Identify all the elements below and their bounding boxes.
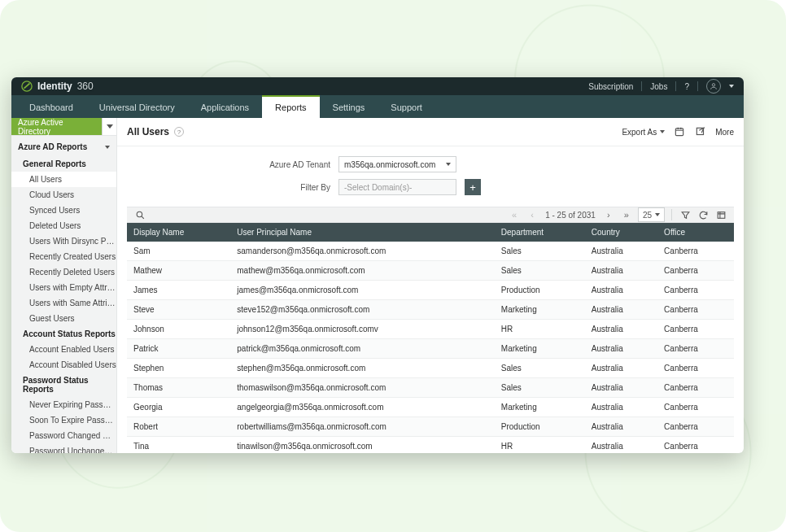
table-cell: Canberra bbox=[657, 398, 734, 417]
chevron-down-icon bbox=[660, 130, 665, 133]
menu-reports[interactable]: Reports bbox=[262, 95, 320, 118]
sidebar-item[interactable]: Account Enabled Users bbox=[11, 342, 116, 357]
help-icon[interactable]: ? bbox=[174, 127, 184, 137]
filterby-label: Filter By bbox=[127, 183, 330, 192]
filter-icon[interactable] bbox=[679, 208, 692, 221]
table-cell: Canberra bbox=[657, 281, 734, 300]
column-header[interactable]: Department bbox=[495, 223, 585, 242]
tenant-value: m356qa.onmicrosoft.com bbox=[344, 160, 435, 169]
table-cell: Thomas bbox=[127, 378, 230, 398]
table-row[interactable]: Mathewmathew@m356qa.onmicrosoft.comSales… bbox=[127, 261, 734, 281]
filterby-placeholder: -Select Domain(s)- bbox=[344, 183, 412, 192]
menu-support[interactable]: Support bbox=[378, 95, 435, 118]
menu-dashboard[interactable]: Dashboard bbox=[16, 95, 86, 118]
help-link[interactable]: ? bbox=[684, 82, 689, 91]
table-row[interactable]: Jamesjames@m356qa.onmicrosoft.comProduct… bbox=[127, 281, 734, 300]
search-icon[interactable] bbox=[133, 208, 146, 221]
table-row[interactable]: Patrickpatrick@m356qa.onmicrosoft.comMar… bbox=[127, 339, 734, 359]
svg-point-1 bbox=[712, 84, 714, 86]
table-row[interactable]: Thomasthomaswilson@m356qa.onmicrosoft.co… bbox=[127, 378, 734, 398]
table-row[interactable]: Stephenstephen@m356qa.onmicrosoft.comSal… bbox=[127, 359, 734, 378]
sidebar-group[interactable]: General Reports bbox=[11, 156, 116, 172]
table-cell: Marketing bbox=[495, 300, 585, 320]
sidebar-item[interactable]: All Users bbox=[11, 172, 116, 187]
sidebar-item[interactable]: Account Disabled Users bbox=[11, 357, 116, 373]
column-header[interactable]: Country bbox=[585, 223, 657, 242]
page-last-button[interactable]: » bbox=[620, 208, 633, 221]
sidebar-item[interactable]: Guest Users bbox=[11, 311, 116, 326]
sidebar-item[interactable]: Recently Deleted Users bbox=[11, 264, 116, 280]
table-cell: Australia bbox=[585, 281, 657, 300]
table-cell: Canberra bbox=[657, 417, 734, 437]
sidebar-item[interactable]: Synced Users bbox=[11, 203, 116, 218]
table-cell: samanderson@m356qa.onmicrosoft.com bbox=[230, 242, 495, 261]
sidebar-item[interactable]: Deleted Users bbox=[11, 218, 116, 233]
table-row[interactable]: Georgiaangelgeorgia@m356qa.onmicrosoft.c… bbox=[127, 398, 734, 417]
table-cell: Australia bbox=[585, 398, 657, 417]
app-window: Identity360 Subscription Jobs ? Dashboar… bbox=[11, 77, 744, 453]
user-avatar[interactable] bbox=[706, 79, 721, 94]
table-row[interactable]: Tinatinawilson@m356qa.onmicrosoft.comHRA… bbox=[127, 437, 734, 454]
page-size-select[interactable]: 25 bbox=[638, 207, 665, 222]
divider bbox=[671, 209, 672, 220]
more-button[interactable]: More bbox=[715, 128, 734, 137]
table-cell: mathew@m356qa.onmicrosoft.com bbox=[230, 261, 495, 281]
table-cell: Johnson bbox=[127, 320, 230, 339]
sidebar-section-title: Azure AD Reports bbox=[18, 142, 87, 151]
table-cell: steve152@m356qa.onmicrosoft.com bbox=[230, 300, 495, 320]
table-cell: Sales bbox=[495, 378, 585, 398]
refresh-icon[interactable] bbox=[696, 208, 710, 221]
sidebar-item[interactable]: Users with Empty Attribut... bbox=[11, 280, 116, 295]
sidebar-item[interactable]: Users with Same Attribute... bbox=[11, 295, 116, 311]
main-panel: All Users ? Export As bbox=[117, 118, 744, 453]
main-header: All Users ? Export As bbox=[117, 118, 744, 146]
table-cell: Australia bbox=[585, 359, 657, 378]
directory-picker-dropdown[interactable] bbox=[102, 118, 116, 135]
sidebar-item[interactable]: Never Expiring Passwords bbox=[11, 397, 116, 412]
table-row[interactable]: Samsamanderson@m356qa.onmicrosoft.comSal… bbox=[127, 242, 734, 261]
table-cell: Mathew bbox=[127, 261, 230, 281]
table-cell: tinawilson@m356qa.onmicrosoft.com bbox=[230, 437, 495, 454]
table-row[interactable]: Johnsonjohnson12@m356qa.onmicrosoft.comv… bbox=[127, 320, 734, 339]
chevron-down-icon bbox=[107, 124, 113, 129]
page-prev-button[interactable]: ‹ bbox=[526, 208, 539, 221]
column-header[interactable]: Display Name bbox=[127, 223, 230, 242]
subscription-link[interactable]: Subscription bbox=[588, 82, 633, 91]
page-next-button[interactable]: › bbox=[602, 208, 615, 221]
column-header[interactable]: User Principal Name bbox=[230, 223, 495, 242]
sidebar-group[interactable]: Account Status Reports bbox=[11, 326, 116, 342]
title-links: Subscription Jobs ? bbox=[588, 79, 734, 94]
tenant-select[interactable]: m356qa.onmicrosoft.com bbox=[338, 156, 456, 172]
export-button[interactable]: Export As bbox=[622, 128, 665, 137]
table-cell: Canberra bbox=[657, 378, 734, 398]
columns-icon[interactable] bbox=[714, 208, 727, 221]
sidebar-item[interactable]: Users With Dirsync Provis... bbox=[11, 233, 116, 249]
directory-picker-label[interactable]: Azure Active Directory bbox=[11, 118, 102, 135]
table-cell: HR bbox=[495, 320, 585, 339]
menu-settings[interactable]: Settings bbox=[320, 95, 378, 118]
sidebar-item[interactable]: Cloud Users bbox=[11, 187, 116, 203]
avatar-caret-icon[interactable] bbox=[729, 85, 734, 88]
table-row[interactable]: Robertrobertwilliams@m356qa.onmicrosoft.… bbox=[127, 417, 734, 437]
table-cell: Sales bbox=[495, 359, 585, 378]
table-cell: Robert bbox=[127, 417, 230, 437]
new-window-icon[interactable] bbox=[694, 125, 707, 138]
chevron-down-icon bbox=[655, 213, 660, 216]
schedule-icon[interactable] bbox=[673, 125, 686, 138]
jobs-link[interactable]: Jobs bbox=[650, 82, 667, 91]
filterby-select[interactable]: -Select Domain(s)- bbox=[338, 179, 456, 195]
sidebar-item[interactable]: Password Changed Users bbox=[11, 428, 116, 443]
page-first-button[interactable]: « bbox=[508, 208, 521, 221]
menu-universal-directory[interactable]: Universal Directory bbox=[86, 95, 188, 118]
sidebar-item[interactable]: Recently Created Users bbox=[11, 249, 116, 264]
menu-applications[interactable]: Applications bbox=[188, 95, 262, 118]
sidebar-item[interactable]: Soon To Expire Passwords bbox=[11, 412, 116, 428]
table-row[interactable]: Stevesteve152@m356qa.onmicrosoft.comMark… bbox=[127, 300, 734, 320]
table-cell: Australia bbox=[585, 242, 657, 261]
data-table: Display NameUser Principal NameDepartmen… bbox=[127, 223, 734, 453]
sidebar-group[interactable]: Password Status Reports bbox=[11, 373, 116, 397]
add-filter-button[interactable]: + bbox=[465, 179, 481, 195]
column-header[interactable]: Office bbox=[657, 223, 734, 242]
sidebar-item[interactable]: Password Unchanged Users bbox=[11, 443, 116, 453]
sidebar-section-header[interactable]: Azure AD Reports bbox=[11, 136, 116, 156]
